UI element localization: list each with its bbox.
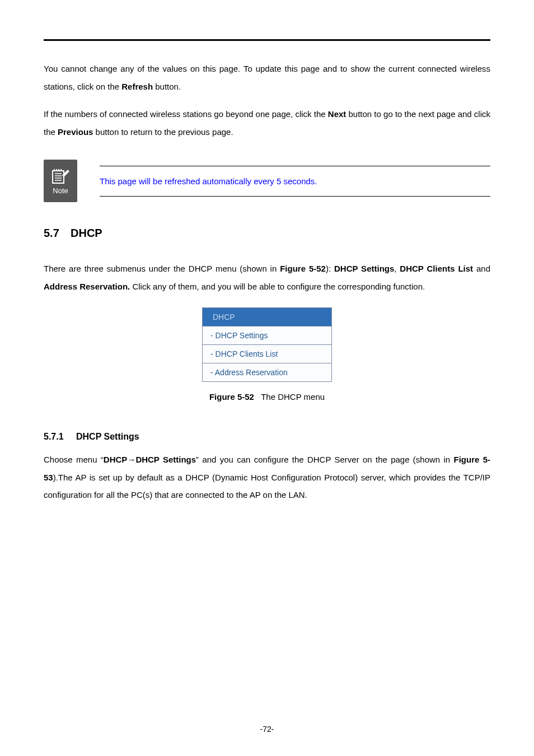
refresh-keyword: Refresh	[121, 82, 153, 91]
section-paragraph: There are three submenus under the DHCP …	[44, 260, 490, 295]
text: ):	[326, 264, 334, 273]
svg-point-8	[58, 169, 59, 170]
note-icon-label: Note	[53, 186, 68, 195]
subsection-title: DHCP Settings	[76, 432, 139, 441]
note-icon-cell: Note	[44, 160, 84, 202]
menu-path-dhcp: DHCP	[104, 455, 128, 464]
svg-point-6	[54, 169, 55, 170]
menu-header: DHCP	[203, 308, 332, 326]
submenu-address-reservation: Address Reservation.	[44, 282, 130, 291]
section-title: DHCP	[71, 227, 102, 239]
submenu-dhcp-clients-list: DHCP Clients List	[400, 264, 473, 273]
dhcp-menu-figure: DHCP - DHCP Settings - DHCP Clients List…	[44, 307, 490, 382]
caption-text: The DHCP menu	[261, 392, 325, 402]
subsection-number: 5.7.1	[44, 432, 76, 442]
menu-item-address-reservation: - Address Reservation	[203, 363, 332, 382]
note-divider-bottom	[100, 196, 490, 197]
figure-caption: Figure 5-52 The DHCP menu	[44, 392, 490, 402]
text: ” and you can configure the DHCP Server …	[196, 455, 453, 464]
section-number: 5.7	[44, 227, 71, 240]
svg-rect-0	[53, 171, 64, 183]
arrow-icon: →	[127, 455, 135, 464]
note-content: This page will be refreshed automaticall…	[100, 160, 490, 202]
text: button.	[153, 82, 181, 91]
note-block: Note This page will be refreshed automat…	[44, 160, 490, 202]
section-heading: 5.7DHCP	[44, 227, 490, 240]
figure-ref: Figure 5-52	[280, 264, 326, 273]
page-number: -72-	[0, 725, 534, 734]
previous-keyword: Previous	[58, 127, 93, 137]
submenu-dhcp-settings: DHCP Settings	[334, 264, 394, 273]
text: ,	[394, 264, 400, 273]
text: Click any of them, and you will be able …	[130, 282, 425, 291]
caption-label: Figure 5-52	[209, 392, 254, 402]
intro-paragraph-2: If the numbers of connected wireless sta…	[44, 105, 490, 141]
next-keyword: Next	[328, 109, 346, 119]
notepad-pencil-icon	[51, 167, 70, 184]
text: Choose menu “	[44, 455, 104, 464]
text: ).The AP is set up by default as a DHCP …	[44, 473, 490, 500]
document-page: You cannot change any of the values on t…	[0, 0, 534, 756]
menu-item-dhcp-clients-list: - DHCP Clients List	[203, 345, 332, 363]
note-icon: Note	[44, 160, 77, 202]
text: and	[473, 264, 490, 273]
text: You cannot change any of the values on t…	[44, 64, 490, 91]
text: button to return to the previous page.	[93, 127, 233, 137]
note-text: This page will be refreshed automaticall…	[100, 166, 490, 196]
subsection-heading: 5.7.1DHCP Settings	[44, 432, 490, 442]
header-divider	[44, 39, 490, 41]
menu-item-dhcp-settings: - DHCP Settings	[203, 326, 332, 345]
svg-point-9	[60, 169, 62, 170]
intro-paragraph-1: You cannot change any of the values on t…	[44, 60, 490, 95]
dhcp-menu: DHCP - DHCP Settings - DHCP Clients List…	[202, 307, 332, 382]
text: There are three submenus under the DHCP …	[44, 264, 280, 273]
text: If the numbers of connected wireless sta…	[44, 109, 328, 119]
subsection-paragraph: Choose menu “DHCP→DHCP Settings” and you…	[44, 451, 490, 504]
menu-path-dhcp-settings: DHCP Settings	[135, 455, 196, 464]
svg-point-7	[56, 169, 57, 170]
